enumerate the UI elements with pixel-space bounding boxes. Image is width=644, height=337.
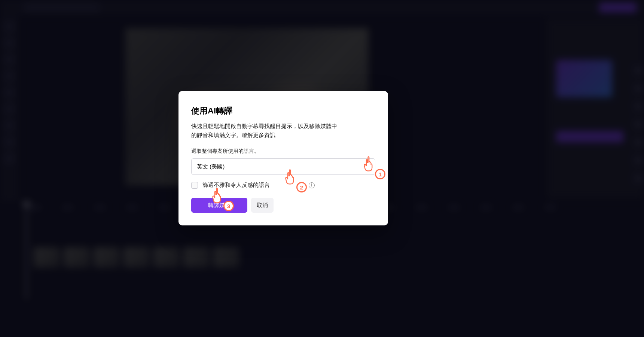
language-select[interactable]: 英文 (美國) (191, 158, 375, 175)
cancel-button[interactable]: 取消 (251, 198, 274, 213)
filter-profanity-checkbox[interactable] (191, 182, 198, 189)
filter-profanity-label: 篩選不雅和令人反感的語言 (202, 182, 270, 189)
transcribe-media-button[interactable]: 轉譯媒體 (191, 198, 247, 213)
chevron-down-icon (365, 164, 370, 169)
ge-text: ge (297, 182, 303, 188)
ai-transcribe-modal: 使用AI轉譯 快速且輕鬆地開啟自動字幕尋找醒目提示，以及移除媒體中的靜音和填滿文… (178, 91, 388, 225)
language-select-label: 選取整個專案所使用的語言。 (191, 148, 375, 155)
language-select-value: 英文 (美國) (197, 163, 225, 170)
modal-description: 快速且輕鬆地開啟自動字幕尋找醒目提示，以及移除媒體中的靜音和填滿文字。瞭解更多資… (191, 122, 341, 140)
modal-title: 使用AI轉譯 (191, 105, 375, 116)
info-icon[interactable]: i (309, 182, 315, 188)
